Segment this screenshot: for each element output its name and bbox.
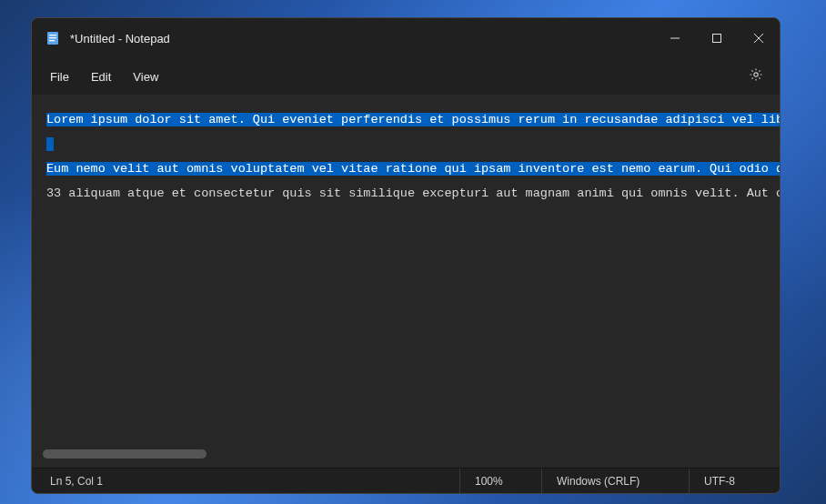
status-encoding: UTF-8	[689, 469, 780, 493]
svg-rect-2	[49, 37, 56, 38]
selected-text-line2[interactable]	[46, 137, 54, 151]
text-line5[interactable]: 33 aliquam atque et consectetur quis sit…	[46, 181, 780, 206]
horizontal-scrollbar-thumb[interactable]	[43, 449, 206, 459]
status-cursor-position: Ln 5, Col 1	[32, 469, 459, 493]
notepad-window: *Untitled - Notepad File Edit View	[31, 17, 781, 494]
menu-edit[interactable]: Edit	[80, 65, 122, 89]
status-zoom[interactable]: 100%	[459, 469, 541, 493]
svg-rect-5	[713, 35, 721, 43]
selected-text-line3[interactable]: Eum nemo velit aut omnis voluptatem vel …	[46, 162, 780, 176]
status-line-ending: Windows (CRLF)	[541, 469, 689, 493]
selected-text-line1[interactable]: Lorem ipsum dolor sit amet. Qui eveniet …	[46, 113, 780, 126]
statusbar: Ln 5, Col 1 100% Windows (CRLF) UTF-8	[32, 468, 780, 493]
settings-button[interactable]	[740, 62, 772, 91]
minimize-button[interactable]	[654, 18, 696, 58]
menu-view[interactable]: View	[122, 65, 169, 89]
close-button[interactable]	[738, 18, 780, 58]
notepad-app-icon	[45, 30, 61, 46]
text-editor[interactable]: Lorem ipsum dolor sit amet. Qui eveniet …	[32, 95, 780, 468]
titlebar[interactable]: *Untitled - Notepad	[32, 18, 780, 58]
svg-rect-1	[49, 35, 56, 35]
svg-point-8	[754, 73, 758, 76]
menubar: File Edit View	[32, 58, 780, 95]
gear-icon	[749, 67, 763, 86]
window-title: *Untitled - Notepad	[70, 32, 654, 45]
maximize-button[interactable]	[696, 18, 738, 58]
text-content[interactable]: Lorem ipsum dolor sit amet. Qui eveniet …	[46, 107, 780, 206]
menu-file[interactable]: File	[39, 65, 80, 89]
svg-rect-3	[49, 40, 55, 41]
window-controls	[654, 18, 780, 58]
